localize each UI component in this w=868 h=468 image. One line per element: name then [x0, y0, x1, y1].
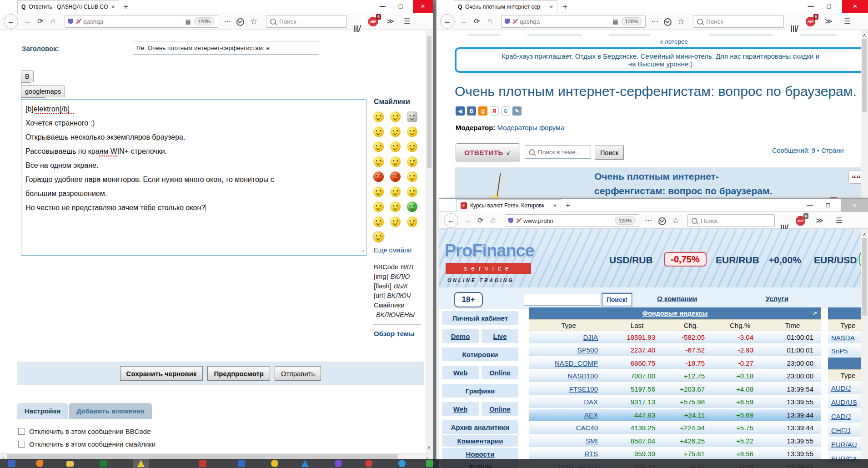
time-value: 23:00:00 [764, 372, 821, 380]
vertical-scroll-thumb[interactable] [862, 238, 867, 316]
bookmark-star-icon[interactable]: ☆ [672, 216, 679, 225]
table-row: AEX 447.83 +24.11 +5.69 13:39:44 [529, 409, 821, 422]
tab-close-icon[interactable]: ✕ [553, 203, 557, 209]
sidebar-item-news[interactable]: Новости [442, 448, 518, 460]
menu-icon[interactable]: ☰ [836, 217, 842, 224]
taskbar-icon-folder[interactable] [66, 461, 74, 467]
maximize-button[interactable]: ◻ [821, 201, 835, 208]
browser-tab[interactable]: Q Ответить - QASHQAI-CLUB.CO ✕ [17, 0, 119, 13]
taskbar-icon-browser[interactable] [36, 460, 43, 467]
change-percent: +8.56 [716, 450, 764, 458]
instrument-link[interactable]: NASDA [831, 334, 855, 342]
minimize-button[interactable]: — [803, 201, 817, 208]
sidebar-item-web[interactable]: Web [442, 366, 479, 379]
change-value: +224.94 [666, 424, 716, 432]
change-percent: +4.08 [716, 385, 764, 393]
favicon: Q [458, 4, 462, 10]
taskbar-icon-blue-triangle[interactable] [301, 460, 309, 467]
instrument-link[interactable]: SnP5 [831, 347, 848, 355]
site-logo[interactable]: ProFinance [445, 241, 534, 261]
site-search-button[interactable]: Поиск! [602, 293, 632, 306]
table-header-row: Type Last Chg. Chg.% Time [529, 319, 821, 331]
instrument-link[interactable]: RTS [584, 450, 598, 458]
taskbar-icon-green[interactable] [426, 460, 433, 467]
site-logo-tagline: ONLINE TRADING [447, 277, 514, 283]
adblock-plus-icon[interactable]: ABP 6 [796, 216, 805, 226]
instrument-link[interactable]: AEX [584, 411, 598, 419]
adblock-edit-icon[interactable]: ✎ [516, 217, 521, 224]
sidebar-item-web2[interactable]: Web [442, 402, 479, 416]
instrument-link[interactable]: FTSE100 [569, 385, 598, 393]
windows-taskbar[interactable] [0, 459, 868, 468]
table-row: DAX 9317.13 +575.98 +6.59 13:39:55 [529, 396, 821, 409]
instrument-link[interactable]: SP500 [577, 346, 598, 354]
instrument-link[interactable]: CAC40 [576, 424, 598, 432]
change-percent: +5.69 [716, 411, 764, 419]
site-logo-service: service [446, 263, 531, 274]
zoom-level-badge[interactable]: 120% [615, 216, 636, 225]
taskbar-icon-app-blue[interactable] [238, 460, 245, 467]
table-title-link[interactable]: Фондовые индексы [642, 310, 708, 317]
change-percent: -2.93 [716, 346, 764, 354]
taskbar-icon-launcher[interactable] [8, 460, 15, 467]
table-row: FTSE100 5197.56 +203.67 +4.08 13:39:54 [529, 383, 821, 396]
sidebar-item-archive: Архив аналитики [442, 420, 518, 434]
change-value: +426.25 [666, 437, 716, 445]
nav-about-link[interactable]: О компании [657, 295, 697, 302]
table-row: SMI 8587.04 +426.25 +5.22 13:39:55 [529, 435, 821, 448]
instrument-link[interactable]: DAX [584, 398, 598, 406]
sidebar-item-comments[interactable]: Комментарии [442, 435, 518, 447]
sidebar-item-demo[interactable]: Demo [442, 329, 479, 343]
forward-button[interactable]: → [464, 217, 471, 224]
url-bar[interactable]: ✎ www.profin 120% [505, 214, 639, 227]
page-actions-icon[interactable]: ⋯ [645, 217, 652, 224]
change-percent: +0.18 [716, 372, 764, 380]
search-input[interactable]: Поиск [687, 214, 775, 227]
sidebar-item-online[interactable]: Online [482, 366, 518, 379]
taskbar-icon-purple[interactable] [335, 460, 342, 467]
ticker-pair[interactable]: EUR/RUB [716, 255, 759, 266]
instrument-link[interactable]: SMI [586, 437, 598, 445]
instrument-link[interactable]: CAD/J [831, 413, 851, 420]
pocket-icon[interactable] [658, 217, 666, 225]
taskbar-icon-red[interactable] [365, 460, 372, 467]
instrument-link[interactable]: CHF/J [831, 427, 851, 434]
home-button[interactable]: ⌂ [491, 216, 496, 224]
taskbar-icon-spreadsheet[interactable] [100, 460, 107, 467]
taskbar-icon-blue-drop[interactable] [398, 460, 406, 467]
tracking-protection-icon[interactable] [508, 218, 513, 224]
tab-close-icon[interactable]: ✕ [111, 4, 115, 10]
browser-tab[interactable]: F Курсы валют Forex. Котировк ✕ [457, 199, 561, 212]
sidebar-item-live[interactable]: Live [482, 329, 518, 343]
taskbar-icon-yellow[interactable] [271, 460, 278, 467]
scroll-up-arrow[interactable]: ∧ [863, 231, 866, 237]
close-button[interactable]: ✕ [841, 199, 868, 212]
new-tab-button[interactable]: + [566, 201, 570, 210]
instrument-link[interactable]: AUD/US [831, 398, 857, 406]
reload-button[interactable]: ⟳ [477, 217, 483, 224]
site-search-input[interactable] [524, 294, 600, 306]
nav-services-link[interactable]: Услуги [766, 295, 788, 302]
overflow-chevron-icon[interactable]: ≫ [816, 217, 823, 224]
taskbar-icon-word[interactable] [199, 460, 206, 467]
expand-icon[interactable]: ↗ [813, 310, 817, 317]
instrument-link[interactable]: DJIA [583, 333, 598, 341]
time-value: 01:00:01 [764, 346, 821, 354]
tab-title: Ответить - QASHQAI-CLUB.CO [29, 4, 107, 10]
sidebar-item-online2[interactable]: Online [482, 402, 518, 416]
tab-close-icon[interactable]: ✕ [549, 4, 553, 10]
instrument-link[interactable]: NASD_COMP [555, 359, 598, 367]
ticker-pair[interactable]: USD/RUB [609, 255, 653, 266]
instrument-link[interactable]: NASD100 [567, 372, 598, 380]
browser-tab[interactable]: Q Очень плотным интернет-сер ✕ [454, 0, 557, 13]
table-row: CAC40 4139.25 +224.94 +5.75 13:39:44 [529, 422, 821, 435]
ticker-pair[interactable]: EUR/USD [814, 255, 857, 266]
table-row: NASD100 7007.00 +12.75 +0.18 23:00:00 [529, 370, 821, 383]
instrument-link[interactable]: EUR/AU [831, 441, 857, 448]
back-button[interactable]: ← [444, 213, 458, 228]
age-badge[interactable]: 18+ [454, 292, 483, 307]
instrument-link[interactable]: AUD/J [831, 384, 851, 392]
change-percent: +5.75 [716, 424, 764, 432]
change-percent: -3.04 [716, 333, 764, 341]
table-row: NASD_COMP 6860.75 -18.75 -0.27 23:00:00 [529, 357, 821, 370]
